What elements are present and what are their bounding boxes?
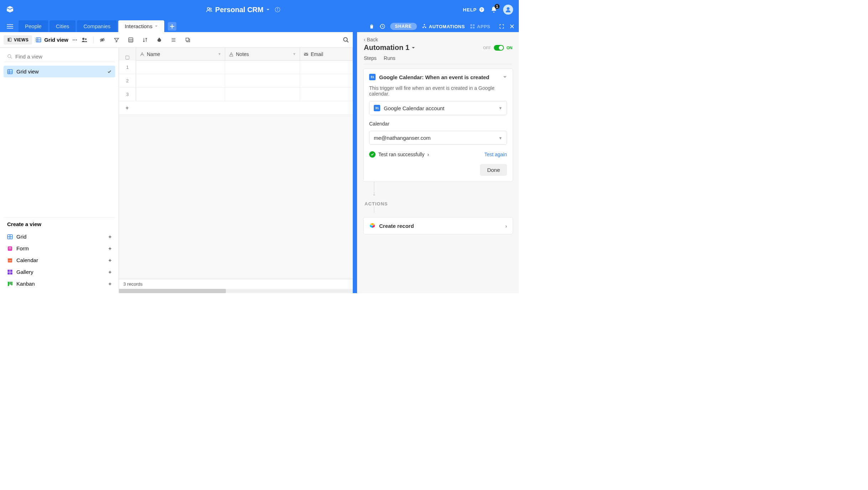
svg-point-57 [11,260,11,261]
svg-rect-32 [129,38,133,42]
svg-rect-61 [10,272,12,274]
help-link[interactable]: HELP ? [463,7,485,12]
apps-button[interactable]: APPS [470,24,490,29]
column-header-notes[interactable]: Notes ▼ [225,48,300,60]
svg-point-25 [73,39,74,40]
view-item-grid[interactable]: Grid view [4,66,115,77]
svg-line-42 [10,57,12,58]
base-title[interactable]: Personal CRM [215,6,264,14]
close-panel-icon[interactable] [510,24,515,29]
svg-rect-52 [9,249,11,249]
history-icon[interactable] [379,24,385,29]
horizontal-scrollbar[interactable] [119,289,353,293]
share-view-icon[interactable] [185,37,191,43]
sort-icon[interactable] [142,37,148,43]
airtable-icon [369,223,376,229]
svg-rect-10 [7,28,13,29]
automation-title[interactable]: Automation 1 [364,44,415,52]
chevron-down-icon [503,75,507,79]
info-icon[interactable] [275,7,280,12]
svg-rect-65 [126,56,129,59]
svg-rect-51 [9,247,11,247]
add-row-button[interactable]: + [119,101,353,115]
chevron-down-icon[interactable] [266,8,270,11]
column-header-email[interactable]: Email [300,48,353,60]
column-header-name[interactable]: Name ▼ [136,48,225,60]
create-view-header: Create a view [4,217,115,231]
tab-cities[interactable]: Cities [50,20,76,32]
create-calendar-view[interactable]: Calendar+ [4,254,115,266]
svg-point-14 [424,24,425,26]
chevron-down-icon[interactable]: ▼ [293,52,296,56]
svg-rect-12 [170,26,174,27]
calendar-label: Calendar [369,121,507,127]
table-row[interactable]: 2 [119,74,353,88]
share-button[interactable]: SHARE [390,23,417,30]
tab-people[interactable]: People [19,20,48,32]
calendar-select[interactable]: me@nathanganser.com ▼ [369,131,507,145]
search-button[interactable] [343,37,349,43]
svg-rect-18 [473,27,475,29]
chevron-down-icon[interactable]: ▼ [218,52,221,56]
menu-button[interactable] [4,21,16,32]
trigger-description: This trigger will fire when an event is … [369,85,507,97]
test-again-link[interactable]: Test again [484,152,507,157]
view-switcher[interactable]: Grid view [36,37,68,43]
collaborators-icon[interactable] [81,37,88,43]
filter-icon[interactable] [114,37,119,43]
views-toggle[interactable]: VIEWS [4,35,32,45]
actions-section-label: ACTIONS [365,201,513,206]
delete-icon[interactable] [369,24,374,29]
svg-point-39 [343,37,347,41]
svg-point-7 [507,7,510,10]
trigger-step-header[interactable]: 31 Google Calendar: When an event is cre… [363,69,513,85]
success-icon [369,151,376,158]
svg-rect-58 [7,270,10,272]
find-view-input[interactable] [15,53,112,60]
color-icon[interactable] [156,37,162,43]
automations-button[interactable]: AUTOMATIONS [422,24,465,29]
done-button[interactable]: Done [480,164,507,176]
user-avatar[interactable] [503,5,513,15]
svg-point-26 [74,39,75,40]
view-options-icon[interactable] [72,37,78,43]
svg-text:?: ? [481,8,483,11]
account-select[interactable]: 31 Google Calendar account ▼ [369,101,507,115]
people-icon [206,6,212,13]
svg-rect-63 [10,282,11,285]
tab-companies[interactable]: Companies [77,20,117,32]
create-grid-view[interactable]: Grid+ [4,231,115,243]
svg-rect-8 [7,24,13,25]
svg-rect-9 [7,26,13,27]
svg-rect-62 [8,282,9,286]
hide-fields-icon[interactable] [99,37,105,43]
logo-icon[interactable] [6,5,24,14]
tab-steps[interactable]: Steps [364,55,377,64]
svg-point-4 [278,8,278,9]
action-step-create-record[interactable]: Create record › [363,218,513,234]
table-row[interactable]: 3 [119,88,353,101]
tab-interactions[interactable]: Interactions [118,20,164,32]
test-result[interactable]: Test ran successfully › [369,151,429,158]
svg-point-29 [85,38,87,40]
row-height-icon[interactable] [171,37,176,43]
create-form-view[interactable]: Form+ [4,243,115,254]
svg-point-1 [210,8,211,10]
add-table-button[interactable] [168,22,176,31]
svg-rect-54 [8,258,12,259]
search-icon [7,54,12,59]
svg-rect-17 [470,27,472,29]
svg-point-27 [76,39,77,40]
table-row[interactable]: 1 [119,61,353,74]
tab-runs[interactable]: Runs [384,55,396,64]
automation-toggle[interactable] [494,45,504,51]
notification-badge: 1 [495,4,500,9]
create-gallery-view[interactable]: Gallery+ [4,266,115,278]
group-icon[interactable] [128,37,134,43]
back-link[interactable]: ‹ Back [364,37,378,42]
svg-point-56 [10,260,10,261]
create-kanban-view[interactable]: Kanban+ [4,278,115,290]
notifications-button[interactable]: 1 [490,6,497,13]
expand-icon[interactable] [499,24,505,29]
check-icon [107,70,112,74]
